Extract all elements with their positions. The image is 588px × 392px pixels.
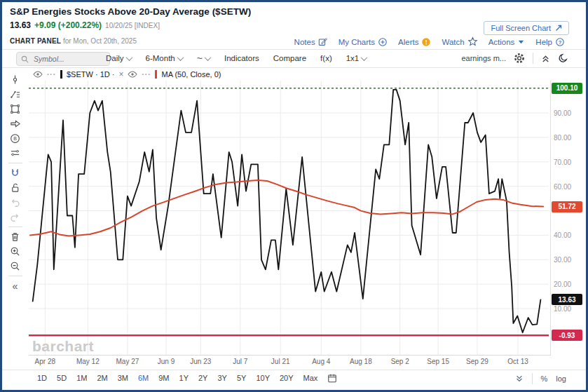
range-5d[interactable]: 5D [57, 374, 67, 382]
panel-subtitle: CHART PANEL for Mon, Oct 20th, 2025 [10, 37, 137, 45]
actions-link[interactable]: Actions [488, 38, 526, 46]
shapes-tool[interactable] [7, 102, 24, 116]
double-chevron-down-icon[interactable] [515, 374, 524, 383]
chart-toolbar: Daily 6-Month ~ Indicators Compare f(x) … [106, 52, 367, 65]
magnet-tool[interactable] [7, 165, 24, 180]
redo[interactable] [7, 210, 24, 224]
bottom-right-cluster: % log [515, 373, 566, 384]
price-chart[interactable] [29, 81, 550, 355]
panel-date: for Mon, Oct 20th, 2025 [63, 37, 137, 45]
series-options-icon[interactable]: ··· [142, 71, 151, 79]
range-5y[interactable]: 5Y [237, 374, 246, 382]
plus-circle-icon [378, 37, 388, 47]
axis-badge-51.72: 51.72 [552, 201, 582, 212]
range-2y[interactable]: 2Y [198, 374, 207, 382]
gear-icon[interactable] [514, 53, 525, 64]
series1-color-bar [60, 70, 62, 79]
collapse-toolbar[interactable]: « [7, 278, 24, 293]
moon-icon[interactable] [558, 53, 568, 63]
double-chevron-up-icon[interactable] [541, 53, 550, 63]
plot-bottom-border [29, 355, 551, 356]
plot-right-border [550, 81, 551, 355]
help-link[interactable]: Help? [535, 37, 565, 47]
circled-b-tool[interactable]: B [7, 131, 24, 146]
chart-legend: ··· $SETW · 1D · × ··· MA (50, Close, 0) [33, 69, 221, 79]
range-10y[interactable]: 10Y [256, 374, 270, 382]
range-1m[interactable]: 1M [76, 374, 87, 382]
x-tick-label: Jun 23 [184, 358, 217, 365]
page-title: S&P Energies Stocks Above 20-Day Average… [10, 6, 251, 17]
my-charts-link[interactable]: My Charts [339, 37, 388, 47]
percent-scale-toggle[interactable]: % [541, 374, 548, 383]
chevron-down-icon [125, 54, 132, 61]
axis-badge--0.93: -0.93 [552, 330, 582, 341]
cursor-tool[interactable] [7, 72, 24, 87]
notes-link[interactable]: Notes [294, 37, 328, 47]
alerts-link[interactable]: Alerts [398, 37, 431, 47]
range-dropdown[interactable]: 6-Month [146, 54, 183, 62]
range-3m[interactable]: 3M [118, 374, 128, 382]
chart-panel-window: S&P Energies Stocks Above 20-Day Average… [0, 0, 588, 392]
range-max[interactable]: Max [303, 374, 318, 382]
range-1y[interactable]: 1Y [179, 374, 189, 382]
divider [533, 53, 533, 64]
last-price: 13.63 [10, 20, 31, 30]
divider [8, 227, 22, 227]
symbol-search[interactable] [16, 52, 110, 66]
search-icon [21, 55, 29, 63]
eye-icon[interactable] [128, 71, 137, 78]
range-1d[interactable]: 1D [37, 374, 47, 382]
arrow-tool[interactable] [7, 116, 24, 131]
star-icon [467, 36, 478, 47]
full-screen-chart-button[interactable]: Full Screen Chart [484, 21, 569, 35]
y-tick-label: 10.00 [554, 305, 571, 313]
zoom-in[interactable] [7, 244, 24, 259]
line-style-dropdown[interactable]: ~ [197, 53, 210, 64]
range-9m[interactable]: 9M [158, 374, 169, 382]
frequency-dropdown[interactable]: Daily [106, 54, 132, 62]
x-tick-label: Jun 9 [149, 358, 183, 365]
chevron-down-icon [204, 54, 211, 61]
indicator-lines-tool[interactable] [7, 146, 24, 161]
watch-link[interactable]: Watch [442, 36, 477, 47]
panel-label: CHART PANEL [10, 37, 61, 45]
ma-series-line [30, 180, 543, 236]
range-2m[interactable]: 2M [97, 374, 107, 382]
annotation-tool[interactable] [7, 87, 24, 102]
divider [2, 67, 586, 68]
symbol-input[interactable] [32, 54, 98, 64]
svg-text:B: B [13, 136, 17, 141]
y-tick-label: 80.00 [554, 134, 571, 142]
range-3y[interactable]: 3Y [217, 374, 226, 382]
calendar-icon[interactable] [327, 373, 337, 383]
y-tick-label: 30.00 [554, 256, 571, 264]
divider [8, 276, 22, 276]
full-screen-label: Full Screen Chart [491, 24, 551, 32]
divider [8, 163, 22, 163]
chevron-down-icon [177, 54, 184, 61]
series-options-icon[interactable]: ··· [47, 71, 56, 79]
zoom-out[interactable] [7, 259, 24, 273]
time-range-selector: 1D5D1M2M3M6M9M1Y2Y3Y5Y10Y20YMax [37, 373, 337, 383]
x-tick-label: Aug 18 [344, 358, 378, 365]
x-tick-label: Sep 2 [383, 358, 417, 365]
divider [2, 370, 586, 370]
axis-badge-100.10: 100.10 [552, 83, 582, 94]
grid-layout-dropdown[interactable]: 1x1 [346, 54, 367, 62]
range-6m[interactable]: 6M [138, 374, 149, 382]
log-scale-toggle[interactable]: log [556, 374, 566, 383]
lock-tool[interactable] [7, 180, 24, 195]
divider [2, 49, 586, 50]
axis-badge-13.63: 13.63 [552, 294, 582, 305]
delete-tool[interactable] [7, 229, 24, 244]
eye-icon[interactable] [33, 71, 43, 78]
undo[interactable] [7, 195, 24, 210]
y-tick-label: 70.00 [554, 158, 571, 166]
header-links: NotesMy ChartsAlertsWatchActionsHelp? [294, 36, 565, 47]
indicators-button[interactable]: Indicators [224, 54, 259, 62]
earnings-toggle[interactable]: earnings m... [461, 54, 506, 62]
remove-series-icon[interactable]: × [118, 69, 123, 79]
fx-button[interactable]: f(x) [320, 54, 332, 62]
compare-button[interactable]: Compare [273, 54, 306, 62]
range-20y[interactable]: 20Y [280, 374, 294, 382]
